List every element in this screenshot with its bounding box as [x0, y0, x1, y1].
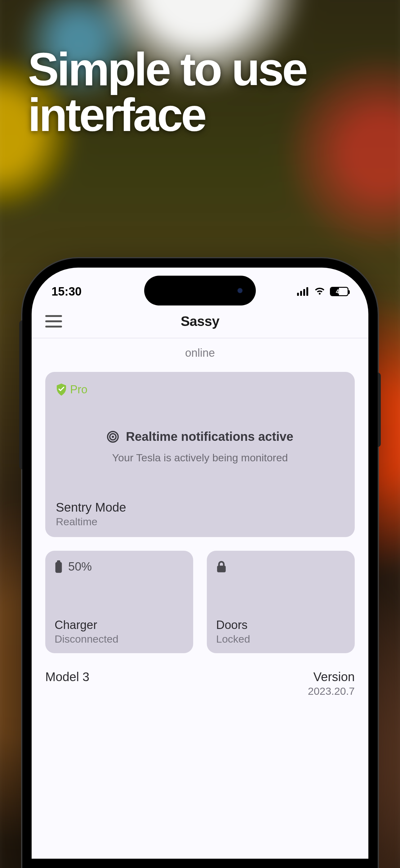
notif-title: Realtime notifications active: [126, 430, 293, 444]
meta-row: Model 3 Version 2023.20.7: [45, 670, 355, 697]
promo-headline: Simple to use interface: [28, 46, 372, 138]
app-title: Sassy: [181, 314, 220, 329]
svg-rect-5: [217, 566, 226, 572]
battery-level: 50%: [68, 560, 92, 574]
pro-label: Pro: [70, 383, 88, 396]
wifi-icon: [314, 287, 325, 296]
menu-button[interactable]: [45, 315, 62, 328]
charger-tile[interactable]: 50% Charger Disconnected: [45, 551, 193, 653]
notif-subtitle: Your Tesla is actively being monitored: [56, 452, 344, 464]
pro-badge: Pro: [56, 383, 344, 396]
charger-sub: Disconnected: [55, 633, 184, 645]
doors-title: Doors: [216, 618, 345, 632]
svg-rect-3: [56, 562, 62, 573]
sentry-card[interactable]: Pro Realtime notifications active Your T…: [45, 372, 355, 537]
lock-icon: [216, 560, 227, 573]
clock: 15:30: [52, 285, 81, 298]
battery-icon: 48: [330, 287, 348, 296]
app-bar: Sassy: [32, 305, 368, 338]
headline-line1: Simple to use: [28, 43, 306, 95]
battery-icon: [55, 560, 63, 574]
doors-tile[interactable]: Doors Locked: [207, 551, 355, 653]
svg-rect-4: [57, 560, 61, 562]
sentry-sub: Realtime: [56, 516, 344, 528]
shield-check-icon: [56, 383, 67, 396]
phone-frame: 15:30 48 Sassy online Pro: [22, 258, 378, 868]
vehicle-model: Model 3: [45, 670, 89, 697]
version-value: 2023.20.7: [308, 685, 355, 697]
headline-line2: interface: [28, 89, 205, 141]
target-icon: [107, 431, 119, 443]
dynamic-island: [144, 276, 256, 306]
version-label: Version: [313, 670, 355, 684]
charger-title: Charger: [55, 618, 184, 632]
svg-point-2: [112, 436, 114, 438]
vehicle-status: online: [45, 338, 355, 372]
sentry-title: Sentry Mode: [56, 500, 344, 515]
cellular-icon: [297, 287, 309, 296]
phone-screen: 15:30 48 Sassy online Pro: [32, 268, 368, 859]
doors-sub: Locked: [216, 633, 345, 645]
app-body: online Pro Realtime notifications active: [32, 338, 368, 859]
